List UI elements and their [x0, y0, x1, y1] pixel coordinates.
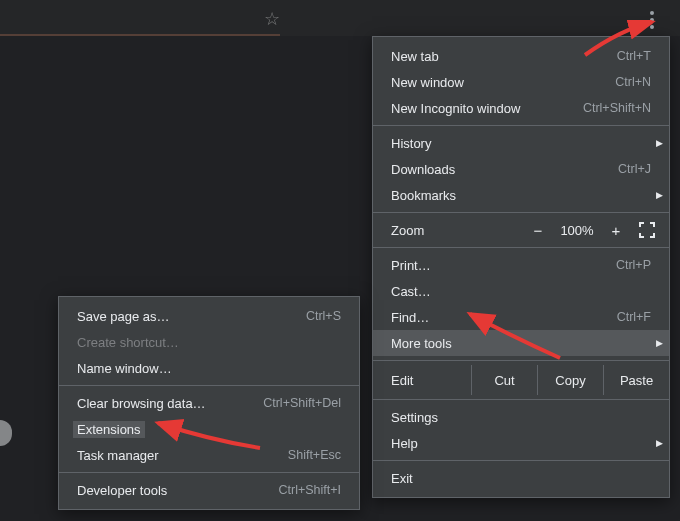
- submenu-arrow-icon: ▶: [656, 438, 663, 448]
- submenu-arrow-icon: ▶: [656, 338, 663, 348]
- menu-label: More tools: [391, 336, 452, 351]
- menu-separator: [59, 472, 359, 473]
- submenu-create-shortcut: Create shortcut…: [59, 329, 359, 355]
- menu-new-tab[interactable]: New tab Ctrl+T: [373, 43, 669, 69]
- menu-separator: [373, 460, 669, 461]
- menu-label: New tab: [391, 49, 439, 64]
- menu-label: Settings: [391, 410, 438, 425]
- menu-shortcut: Ctrl+P: [616, 258, 651, 272]
- edit-paste-button[interactable]: Paste: [603, 365, 669, 395]
- menu-help[interactable]: Help ▶: [373, 430, 669, 456]
- menu-shortcut: Ctrl+S: [306, 309, 341, 323]
- edit-cut-button[interactable]: Cut: [471, 365, 537, 395]
- menu-label: Task manager: [77, 448, 159, 463]
- menu-shortcut: Ctrl+N: [615, 75, 651, 89]
- fullscreen-icon[interactable]: [639, 222, 655, 238]
- menu-separator: [373, 212, 669, 213]
- submenu-arrow-icon: ▶: [656, 190, 663, 200]
- menu-label: Help: [391, 436, 418, 451]
- menu-settings[interactable]: Settings: [373, 404, 669, 430]
- zoom-in-button[interactable]: +: [607, 222, 625, 239]
- edit-copy-button[interactable]: Copy: [537, 365, 603, 395]
- menu-label: Exit: [391, 471, 413, 486]
- menu-shortcut: Ctrl+Shift+I: [278, 483, 341, 497]
- main-menu: New tab Ctrl+T New window Ctrl+N New Inc…: [372, 36, 670, 498]
- kebab-icon: [650, 10, 654, 31]
- zoom-out-button[interactable]: −: [529, 222, 547, 239]
- menu-find[interactable]: Find… Ctrl+F: [373, 304, 669, 330]
- submenu-extensions[interactable]: Extensions: [59, 416, 359, 442]
- menu-separator: [59, 385, 359, 386]
- menu-label: Name window…: [77, 361, 172, 376]
- menu-label: Create shortcut…: [77, 335, 179, 350]
- edit-label: Edit: [391, 373, 471, 388]
- menu-print[interactable]: Print… Ctrl+P: [373, 252, 669, 278]
- menu-separator: [373, 247, 669, 248]
- menu-separator: [373, 125, 669, 126]
- menu-downloads[interactable]: Downloads Ctrl+J: [373, 156, 669, 182]
- menu-shortcut: Ctrl+F: [617, 310, 651, 324]
- menu-label: Print…: [391, 258, 431, 273]
- menu-label: Clear browsing data…: [77, 396, 206, 411]
- menu-cast[interactable]: Cast…: [373, 278, 669, 304]
- submenu-name-window[interactable]: Name window…: [59, 355, 359, 381]
- menu-label: New window: [391, 75, 464, 90]
- menu-label: Extensions: [73, 421, 145, 438]
- menu-edit-row: Edit Cut Copy Paste: [373, 365, 669, 395]
- menu-label: Cast…: [391, 284, 431, 299]
- menu-history[interactable]: History ▶: [373, 130, 669, 156]
- menu-label: Bookmarks: [391, 188, 456, 203]
- menu-shortcut: Ctrl+Shift+Del: [263, 396, 341, 410]
- menu-shortcut: Ctrl+J: [618, 162, 651, 176]
- menu-zoom-row: Zoom − 100% +: [373, 217, 669, 243]
- menu-exit[interactable]: Exit: [373, 465, 669, 491]
- menu-new-incognito[interactable]: New Incognito window Ctrl+Shift+N: [373, 95, 669, 121]
- menu-label: New Incognito window: [391, 101, 520, 116]
- menu-label: History: [391, 136, 431, 151]
- menu-shortcut: Ctrl+Shift+N: [583, 101, 651, 115]
- submenu-save-page[interactable]: Save page as… Ctrl+S: [59, 303, 359, 329]
- submenu-clear-browsing-data[interactable]: Clear browsing data… Ctrl+Shift+Del: [59, 390, 359, 416]
- menu-label: Find…: [391, 310, 429, 325]
- menu-separator: [373, 360, 669, 361]
- more-tools-submenu: Save page as… Ctrl+S Create shortcut… Na…: [58, 296, 360, 510]
- submenu-developer-tools[interactable]: Developer tools Ctrl+Shift+I: [59, 477, 359, 503]
- zoom-label: Zoom: [391, 223, 424, 238]
- menu-label: Developer tools: [77, 483, 167, 498]
- submenu-task-manager[interactable]: Task manager Shift+Esc: [59, 442, 359, 468]
- menu-more-tools[interactable]: More tools ▶: [373, 330, 669, 356]
- menu-bookmarks[interactable]: Bookmarks ▶: [373, 182, 669, 208]
- menu-label: Save page as…: [77, 309, 170, 324]
- submenu-arrow-icon: ▶: [656, 138, 663, 148]
- menu-shortcut: Shift+Esc: [288, 448, 341, 462]
- menu-shortcut: Ctrl+T: [617, 49, 651, 63]
- menu-label: Downloads: [391, 162, 455, 177]
- menu-separator: [373, 399, 669, 400]
- menu-new-window[interactable]: New window Ctrl+N: [373, 69, 669, 95]
- zoom-value: 100%: [555, 223, 599, 238]
- more-menu-button[interactable]: [640, 8, 664, 32]
